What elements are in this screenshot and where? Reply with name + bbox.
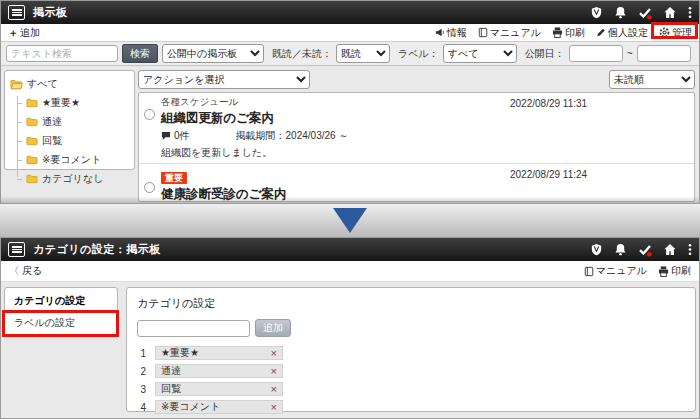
shield-icon[interactable] [590, 243, 603, 256]
label-filter-select[interactable]: すべて [443, 44, 517, 63]
bulletin-content: すべて ★重要★ 通達 [1, 66, 699, 203]
home-icon[interactable] [663, 6, 677, 19]
manual-link[interactable]: マニュアル [478, 26, 541, 40]
search-bar: 検索 公開中の掲示板 既読／未読： 既読 ラベル： すべて 公開日： ~ [1, 41, 699, 66]
category-settings-panel: カテゴリの設定 追加 1 ★重要★ [126, 287, 696, 412]
tree-item[interactable]: 通達 [22, 115, 129, 129]
remove-category-icon[interactable] [271, 402, 277, 413]
remove-category-icon[interactable] [271, 348, 277, 359]
category-name: 通達 [161, 364, 271, 378]
folder-icon [26, 155, 38, 165]
add-category-row: 追加 [137, 319, 685, 337]
admin-link[interactable]: 管理 [659, 26, 692, 40]
action-toolbar: 追加 情報 マニュアル 印刷 個人設定 [1, 24, 699, 41]
settings-toolbar: 戻る マニュアル 印刷 [1, 261, 699, 282]
search-button[interactable]: 検索 [122, 44, 158, 63]
date-from-input[interactable] [569, 45, 623, 62]
item-category: 各種スケジュール [161, 96, 510, 109]
add-button[interactable]: 追加 [8, 26, 40, 40]
folder-icon [26, 136, 38, 146]
item-checkbox[interactable] [144, 182, 155, 193]
category-row: 4 ※要コメント [137, 400, 685, 414]
date-to-input[interactable] [637, 45, 691, 62]
print-link[interactable]: 印刷 [552, 26, 585, 40]
search-input[interactable] [6, 45, 118, 62]
bulletin-list: 各種スケジュール 組織図更新のご案内 0件 掲載期間：2024/03/26 ～ [138, 92, 695, 202]
back-button[interactable]: 戻る [9, 264, 42, 278]
remove-category-icon[interactable] [271, 366, 277, 377]
bell-icon[interactable] [614, 6, 627, 19]
new-category-input[interactable] [137, 320, 250, 337]
item-title[interactable]: 健康診断受診のご案内 [161, 186, 510, 202]
category-row: 3 回覧 [137, 382, 685, 396]
label-filter-label: ラベル： [398, 47, 439, 61]
check-icon[interactable] [638, 243, 652, 257]
tree-item[interactable]: カテゴリなし [22, 172, 129, 186]
board-scope-select[interactable]: 公開中の掲示板 [162, 44, 264, 63]
page-title: カテゴリの設定：掲示板 [33, 242, 161, 257]
info-icon [435, 27, 445, 38]
toolbar-links: マニュアル 印刷 [584, 264, 691, 278]
remove-category-icon[interactable] [271, 384, 277, 395]
transition-band [0, 204, 700, 237]
app-header: 掲示板 [1, 1, 699, 24]
category-name: ※要コメント [161, 400, 271, 414]
sort-select[interactable]: 未読順 [609, 70, 695, 89]
page-title: 掲示板 [33, 5, 68, 20]
folder-icon [26, 174, 38, 184]
item-checkbox[interactable] [144, 109, 155, 120]
bulletin-item: 重要 健康診断受診のご案内 掲載期間：2023/08/01 ～ 本年度も下記の期… [139, 163, 694, 202]
tree-item[interactable]: ※要コメント [22, 153, 129, 167]
manual-icon [478, 27, 488, 38]
nav-item-category-settings[interactable]: カテゴリの設定 [5, 290, 117, 312]
read-status-label: 既読／未読： [272, 47, 332, 61]
item-body-preview: 組織図を更新しました。 [161, 146, 510, 160]
add-category-button[interactable]: 追加 [255, 319, 291, 337]
category-list: 1 ★重要★ 2 通達 [137, 346, 685, 414]
menu-icon[interactable] [8, 5, 25, 20]
page: 掲示板 追加 情報 マニュアル [0, 0, 700, 419]
bulletin-board-screen: 掲示板 追加 情報 マニュアル [0, 0, 700, 204]
list-controls: アクションを選択 未読順 [138, 70, 695, 89]
bell-icon[interactable] [614, 243, 627, 256]
kebab-icon[interactable] [688, 243, 692, 256]
kebab-icon[interactable] [688, 6, 692, 19]
item-datetime: 2022/08/29 11:31 [510, 96, 688, 160]
info-link[interactable]: 情報 [435, 26, 467, 40]
check-icon[interactable] [638, 6, 652, 20]
important-badge: 重要 [161, 172, 187, 184]
item-datetime: 2022/08/29 11:24 [510, 167, 688, 202]
menu-icon[interactable] [8, 242, 25, 257]
category-number: 3 [137, 384, 146, 395]
plus-icon [8, 26, 18, 40]
shield-icon[interactable] [590, 6, 603, 19]
posting-period: 掲載期間：2024/03/26 ～ [236, 129, 349, 143]
category-tree: すべて ★重要★ 通達 [4, 70, 135, 170]
category-number: 2 [137, 366, 146, 377]
header-icons [590, 243, 692, 257]
bulletin-item: 各種スケジュール 組織図更新のご案内 0件 掲載期間：2024/03/26 ～ [139, 93, 694, 163]
action-select[interactable]: アクションを選択 [138, 70, 310, 89]
read-status-select[interactable]: 既読 [336, 44, 390, 63]
category-name: ★重要★ [161, 346, 271, 360]
item-title[interactable]: 組織図更新のご案内 [161, 110, 510, 127]
tree-item[interactable]: ★重要★ [22, 96, 129, 110]
folder-icon [26, 98, 38, 108]
manual-link[interactable]: マニュアル [584, 264, 647, 278]
toolbar-links: 情報 マニュアル 印刷 個人設定 管理 [435, 26, 692, 40]
chevron-left-icon [9, 264, 19, 278]
personal-settings-icon [596, 27, 606, 38]
print-icon [658, 266, 669, 277]
folder-open-icon [10, 79, 23, 90]
print-link[interactable]: 印刷 [658, 264, 691, 278]
down-arrow-icon [333, 208, 367, 233]
tree-item[interactable]: 回覧 [22, 134, 129, 148]
comment-count: 0件 [161, 129, 190, 143]
category-number: 4 [137, 402, 146, 413]
personal-settings-link[interactable]: 個人設定 [596, 26, 648, 40]
nav-item-label-settings[interactable]: ラベルの設定 [5, 312, 117, 334]
tree-item-all[interactable]: すべて [10, 77, 129, 91]
category-row: 1 ★重要★ [137, 346, 685, 360]
comment-icon [161, 131, 171, 141]
home-icon[interactable] [663, 243, 677, 256]
